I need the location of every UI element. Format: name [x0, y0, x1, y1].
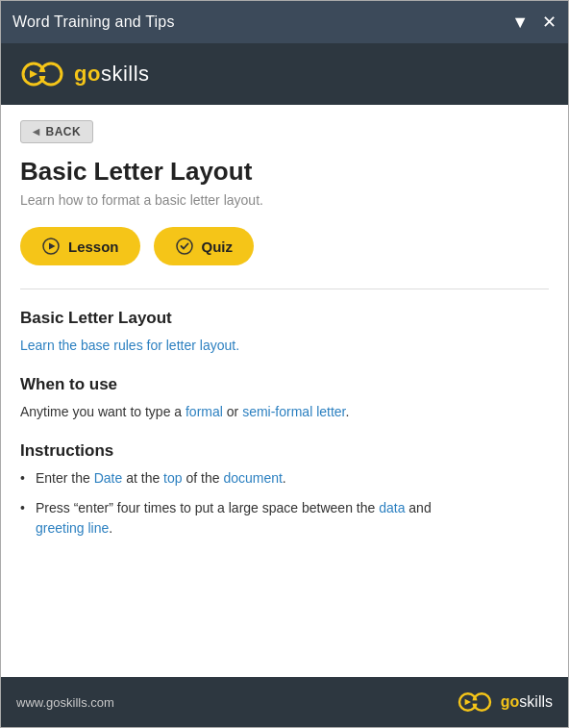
logo-text: goskills [74, 62, 150, 87]
window-title: Word Training and Tips [12, 13, 175, 31]
quiz-label: Quiz [202, 238, 234, 255]
action-buttons: Lesson Quiz [20, 227, 549, 265]
section-text-1-or: or [223, 404, 242, 419]
check-icon [175, 237, 194, 256]
content-scroll[interactable]: BACK Basic Letter Layout Learn how to fo… [1, 105, 568, 677]
section-text-1-period: . [345, 404, 349, 419]
app-window: Word Training and Tips ▼ ✕ goskills BAC [0, 0, 569, 728]
lesson-button[interactable]: Lesson [20, 227, 140, 265]
svg-marker-3 [30, 70, 37, 78]
instr-0-part3: of the [183, 470, 224, 486]
svg-marker-10 [464, 699, 470, 705]
play-icon [41, 237, 61, 256]
lesson-label: Lesson [68, 238, 119, 255]
divider [20, 289, 549, 289]
section-text-1-normal: Anytime you want to type a [20, 404, 186, 419]
quiz-button[interactable]: Quiz [154, 227, 255, 265]
logo-go: go [74, 62, 101, 86]
logo-container: goskills [20, 60, 150, 88]
window-controls: ▼ ✕ [511, 13, 557, 31]
section-title-1: When to use [20, 375, 549, 394]
title-bar: Word Training and Tips ▼ ✕ [1, 1, 568, 43]
content-inner: BACK Basic Letter Layout Learn how to fo… [1, 105, 568, 567]
instruction-item-0: Enter the Date at the top of the documen… [20, 468, 549, 489]
logo-bar: goskills [1, 43, 568, 105]
footer-logo-icon [457, 690, 493, 714]
footer-skills: skills [519, 693, 553, 710]
main-content: BACK Basic Letter Layout Learn how to fo… [1, 105, 568, 677]
instruction-item-1: Press “enter” four times to put a large … [20, 498, 549, 539]
page-title: Basic Letter Layout [20, 157, 549, 187]
dropdown-icon[interactable]: ▼ [511, 13, 529, 31]
page-subtitle: Learn how to format a basic letter layou… [20, 192, 549, 208]
footer-logo-text: goskills [501, 693, 553, 711]
instr-1-part1: Press “enter” four times to put a large … [36, 500, 379, 515]
footer-url: www.goskills.com [16, 695, 114, 710]
section-text-1: Anytime you want to type a formal or sem… [20, 402, 549, 422]
footer-go: go [501, 693, 520, 710]
instructions-list: Enter the Date at the top of the documen… [20, 468, 549, 539]
section-title-0: Basic Letter Layout [20, 309, 549, 328]
section-text-0: Learn the base rules for letter layout. [20, 336, 549, 356]
footer-logo: goskills [457, 690, 553, 714]
instr-1-period: . [109, 520, 112, 536]
goskills-logo-icon [20, 60, 64, 88]
section-title-2: Instructions [20, 441, 549, 461]
instr-0-part1: Enter the [36, 470, 94, 486]
svg-marker-5 [49, 243, 56, 250]
instr-0-period: . [283, 470, 286, 486]
back-button[interactable]: BACK [20, 120, 93, 143]
logo-skills: skills [101, 62, 150, 86]
footer: www.goskills.com goskills [1, 677, 568, 727]
instr-1-part2: and [405, 500, 431, 515]
svg-point-6 [177, 238, 192, 254]
close-icon[interactable]: ✕ [542, 13, 557, 31]
instr-0-part2: at the [122, 470, 163, 486]
